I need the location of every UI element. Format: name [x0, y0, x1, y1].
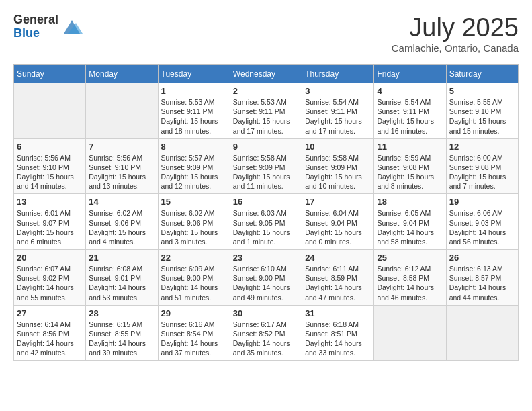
calendar-cell: 30Sunrise: 6:17 AMSunset: 8:52 PMDayligh…: [230, 305, 302, 361]
day-number: 27: [17, 308, 83, 318]
day-number: 1: [161, 86, 227, 96]
calendar-cell: 27Sunrise: 6:14 AMSunset: 8:56 PMDayligh…: [14, 305, 86, 361]
calendar-cell: [446, 305, 518, 361]
cell-content: Sunrise: 6:00 AMSunset: 9:08 PMDaylight:…: [449, 153, 515, 191]
day-number: 19: [449, 197, 515, 207]
cell-content: Sunrise: 6:04 AMSunset: 9:04 PMDaylight:…: [305, 208, 371, 246]
calendar-cell: 14Sunrise: 6:02 AMSunset: 9:06 PMDayligh…: [86, 194, 158, 250]
day-number: 6: [17, 142, 83, 152]
calendar-week-4: 20Sunrise: 6:07 AMSunset: 9:02 PMDayligh…: [14, 250, 519, 306]
day-number: 3: [305, 86, 371, 96]
day-number: 9: [233, 142, 299, 152]
calendar-cell: 31Sunrise: 6:18 AMSunset: 8:51 PMDayligh…: [302, 305, 374, 361]
day-number: 14: [89, 197, 154, 207]
location: Camlachie, Ontario, Canada: [392, 42, 519, 54]
calendar-cell: 24Sunrise: 6:11 AMSunset: 8:59 PMDayligh…: [302, 250, 374, 306]
weekday-header-thursday: Thursday: [302, 65, 374, 83]
calendar-cell: 5Sunrise: 5:55 AMSunset: 9:10 PMDaylight…: [446, 83, 518, 139]
calendar-cell: [14, 83, 86, 139]
calendar-cell: 11Sunrise: 5:59 AMSunset: 9:08 PMDayligh…: [374, 138, 446, 194]
calendar-cell: [374, 305, 446, 361]
cell-content: Sunrise: 6:13 AMSunset: 8:57 PMDaylight:…: [449, 264, 515, 302]
day-number: 17: [305, 197, 371, 207]
day-number: 26: [449, 253, 515, 263]
calendar-cell: 26Sunrise: 6:13 AMSunset: 8:57 PMDayligh…: [446, 250, 518, 306]
title-block: July 2025 Camlachie, Ontario, Canada: [392, 13, 519, 54]
calendar-cell: 1Sunrise: 5:53 AMSunset: 9:11 PMDaylight…: [158, 83, 230, 139]
page-header: General Blue July 2025 Camlachie, Ontari…: [13, 13, 519, 54]
calendar-cell: 25Sunrise: 6:12 AMSunset: 8:58 PMDayligh…: [374, 250, 446, 306]
weekday-header-friday: Friday: [374, 65, 446, 83]
calendar-cell: 28Sunrise: 6:15 AMSunset: 8:55 PMDayligh…: [86, 305, 158, 361]
cell-content: Sunrise: 5:58 AMSunset: 9:09 PMDaylight:…: [233, 153, 299, 191]
cell-content: Sunrise: 6:10 AMSunset: 9:00 PMDaylight:…: [233, 264, 299, 302]
calendar-cell: 9Sunrise: 5:58 AMSunset: 9:09 PMDaylight…: [230, 138, 302, 194]
cell-content: Sunrise: 6:03 AMSunset: 9:05 PMDaylight:…: [233, 208, 299, 246]
cell-content: Sunrise: 5:56 AMSunset: 9:10 PMDaylight:…: [17, 153, 83, 191]
calendar-cell: 17Sunrise: 6:04 AMSunset: 9:04 PMDayligh…: [302, 194, 374, 250]
weekday-header-row: SundayMondayTuesdayWednesdayThursdayFrid…: [14, 65, 519, 83]
cell-content: Sunrise: 6:01 AMSunset: 9:07 PMDaylight:…: [17, 208, 83, 246]
calendar-week-1: 1Sunrise: 5:53 AMSunset: 9:11 PMDaylight…: [14, 83, 519, 139]
day-number: 28: [89, 308, 154, 318]
day-number: 18: [377, 197, 443, 207]
cell-content: Sunrise: 5:53 AMSunset: 9:11 PMDaylight:…: [161, 97, 227, 136]
day-number: 22: [161, 253, 227, 263]
day-number: 24: [305, 253, 371, 263]
calendar-cell: 3Sunrise: 5:54 AMSunset: 9:11 PMDaylight…: [302, 83, 374, 139]
calendar-cell: 7Sunrise: 5:56 AMSunset: 9:10 PMDaylight…: [86, 138, 158, 194]
logo: General Blue: [13, 13, 83, 40]
logo-icon: [61, 15, 83, 36]
weekday-header-sunday: Sunday: [14, 65, 86, 83]
cell-content: Sunrise: 6:16 AMSunset: 8:54 PMDaylight:…: [161, 320, 227, 358]
cell-content: Sunrise: 5:57 AMSunset: 9:09 PMDaylight:…: [161, 153, 227, 191]
calendar-cell: 23Sunrise: 6:10 AMSunset: 9:00 PMDayligh…: [230, 250, 302, 306]
cell-content: Sunrise: 5:58 AMSunset: 9:09 PMDaylight:…: [305, 153, 371, 191]
cell-content: Sunrise: 6:15 AMSunset: 8:55 PMDaylight:…: [89, 320, 154, 358]
calendar-cell: 13Sunrise: 6:01 AMSunset: 9:07 PMDayligh…: [14, 194, 86, 250]
calendar-cell: 2Sunrise: 5:53 AMSunset: 9:11 PMDaylight…: [230, 83, 302, 139]
day-number: 13: [17, 197, 83, 207]
weekday-header-wednesday: Wednesday: [230, 65, 302, 83]
cell-content: Sunrise: 6:18 AMSunset: 8:51 PMDaylight:…: [305, 320, 371, 358]
day-number: 25: [377, 253, 443, 263]
cell-content: Sunrise: 5:53 AMSunset: 9:11 PMDaylight:…: [233, 97, 299, 136]
cell-content: Sunrise: 6:06 AMSunset: 9:03 PMDaylight:…: [449, 208, 515, 246]
logo-blue-text: Blue: [13, 27, 58, 40]
day-number: 15: [161, 197, 227, 207]
cell-content: Sunrise: 5:59 AMSunset: 9:08 PMDaylight:…: [377, 153, 443, 191]
cell-content: Sunrise: 6:09 AMSunset: 9:00 PMDaylight:…: [161, 264, 227, 302]
day-number: 31: [305, 308, 371, 318]
day-number: 12: [449, 142, 515, 152]
calendar-cell: 29Sunrise: 6:16 AMSunset: 8:54 PMDayligh…: [158, 305, 230, 361]
calendar-cell: [86, 83, 158, 139]
day-number: 5: [449, 86, 515, 96]
cell-content: Sunrise: 6:02 AMSunset: 9:06 PMDaylight:…: [89, 208, 154, 246]
calendar-week-5: 27Sunrise: 6:14 AMSunset: 8:56 PMDayligh…: [14, 305, 519, 361]
cell-content: Sunrise: 6:08 AMSunset: 9:01 PMDaylight:…: [89, 264, 154, 302]
cell-content: Sunrise: 5:54 AMSunset: 9:11 PMDaylight:…: [377, 97, 443, 136]
calendar-cell: 12Sunrise: 6:00 AMSunset: 9:08 PMDayligh…: [446, 138, 518, 194]
calendar-cell: 22Sunrise: 6:09 AMSunset: 9:00 PMDayligh…: [158, 250, 230, 306]
calendar-week-2: 6Sunrise: 5:56 AMSunset: 9:10 PMDaylight…: [14, 138, 519, 194]
cell-content: Sunrise: 5:55 AMSunset: 9:10 PMDaylight:…: [449, 97, 515, 136]
calendar-cell: 18Sunrise: 6:05 AMSunset: 9:04 PMDayligh…: [374, 194, 446, 250]
logo-general-text: General: [13, 13, 58, 27]
calendar-cell: 8Sunrise: 5:57 AMSunset: 9:09 PMDaylight…: [158, 138, 230, 194]
weekday-header-tuesday: Tuesday: [158, 65, 230, 83]
calendar-cell: 15Sunrise: 6:02 AMSunset: 9:06 PMDayligh…: [158, 194, 230, 250]
day-number: 21: [89, 253, 154, 263]
day-number: 11: [377, 142, 443, 152]
day-number: 16: [233, 197, 299, 207]
weekday-header-saturday: Saturday: [446, 65, 518, 83]
cell-content: Sunrise: 6:02 AMSunset: 9:06 PMDaylight:…: [161, 208, 227, 246]
day-number: 8: [161, 142, 227, 152]
day-number: 30: [233, 308, 299, 318]
calendar-cell: 10Sunrise: 5:58 AMSunset: 9:09 PMDayligh…: [302, 138, 374, 194]
cell-content: Sunrise: 6:07 AMSunset: 9:02 PMDaylight:…: [17, 264, 83, 302]
calendar-cell: 20Sunrise: 6:07 AMSunset: 9:02 PMDayligh…: [14, 250, 86, 306]
calendar-cell: 4Sunrise: 5:54 AMSunset: 9:11 PMDaylight…: [374, 83, 446, 139]
day-number: 2: [233, 86, 299, 96]
day-number: 20: [17, 253, 83, 263]
day-number: 4: [377, 86, 443, 96]
